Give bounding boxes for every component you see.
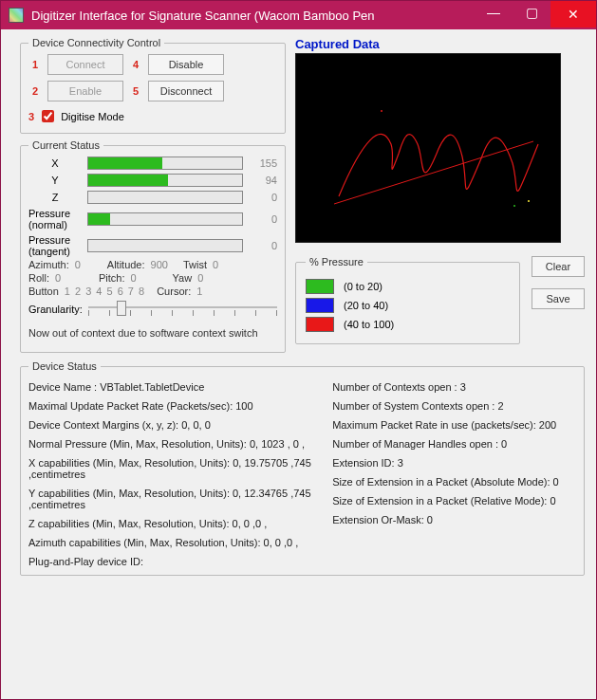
legend-range-3: (40 to 100) [344, 319, 394, 330]
yaw-value: 0 [197, 272, 215, 284]
granularity-slider[interactable] [88, 301, 277, 318]
z-value: 0 [249, 192, 277, 203]
ds-context-margins: Device Context Margins (x, y, z): 0, 0, … [28, 419, 321, 431]
ds-ext-abs: Size of Extension in a Packet (Absolute … [332, 476, 576, 488]
pressure-normal-value: 0 [249, 213, 277, 225]
x-bar-fill [88, 157, 162, 169]
ds-system-contexts: Number of System Contexts open : 2 [332, 400, 576, 412]
ds-x-caps: X capabilities (Min, Max, Resolution, Un… [28, 457, 321, 480]
context-note: Now out of context due to software conte… [28, 327, 277, 339]
digitise-mode-checkbox[interactable] [42, 110, 54, 122]
legend-item-2: (20 to 40) [306, 298, 510, 313]
ds-ext-rel: Size of Extension in a Packet (Relative … [332, 495, 576, 507]
legend-item-1: (0 to 20) [306, 279, 510, 294]
save-button[interactable]: Save [532, 288, 585, 309]
y-value: 94 [249, 175, 277, 186]
app-icon [9, 8, 24, 23]
z-label: Z [28, 192, 82, 203]
connect-button[interactable]: Connect [47, 54, 123, 75]
device-status-legend: Device Status [28, 360, 101, 372]
svg-point-0 [381, 110, 382, 112]
pressure-legend-group: % Pressure (0 to 20) (20 to 40) [295, 256, 520, 344]
current-status-legend: Current Status [28, 139, 103, 151]
app-window: Digitizer Interface for Signature Scanne… [0, 0, 597, 700]
button-digits: 1 2 3 4 5 6 7 8 [65, 286, 145, 297]
pressure-tangent-bar [87, 239, 243, 252]
ds-azimuth-caps: Azimuth capabilities (Min, Max, Resoluti… [28, 537, 321, 548]
connectivity-group: Device Connectivity Control 1 Connect 4 … [20, 37, 286, 134]
granularity-thumb[interactable] [117, 301, 126, 316]
window-title: Digitizer Interface for Signature Scanne… [31, 9, 475, 23]
digitise-mode-label: Digitise Mode [61, 111, 124, 122]
button-label: Button [28, 286, 59, 297]
legend-item-3: (40 to 100) [306, 317, 510, 332]
ds-device-name: Device Name : VBTablet.TabletDevice [28, 381, 321, 393]
step-3-label: 3 [28, 111, 34, 122]
swatch-blue [306, 298, 334, 313]
y-label: Y [28, 175, 82, 186]
swatch-red [306, 317, 334, 332]
ds-max-packet-rate: Maximal Update Packet Rate (Packets/sec)… [28, 400, 321, 412]
ds-contexts-open: Number of Contexts open : 3 [332, 381, 576, 393]
client-area: Device Connectivity Control 1 Connect 4 … [1, 29, 596, 699]
altitude-value: 900 [151, 259, 168, 270]
roll-value: 0 [55, 272, 72, 284]
pressure-normal-bar [87, 212, 243, 226]
ds-normal-pressure: Normal Pressure (Min, Max, Resolution, U… [28, 438, 321, 450]
step-1-label: 1 [28, 59, 42, 70]
captured-data-title: Captured Data [295, 37, 585, 51]
step-5-label: 5 [129, 85, 142, 97]
step-4-label: 4 [129, 59, 142, 70]
z-bar [87, 191, 243, 204]
legend-range-2: (20 to 40) [344, 300, 388, 311]
x-label: X [28, 157, 82, 169]
current-status-group: Current Status X 155 Y 94 Z 0 Pressure (… [20, 139, 286, 353]
ds-ext-mask: Extension Or-Mask: 0 [332, 514, 576, 525]
enable-button[interactable]: Enable [47, 81, 123, 101]
close-button[interactable]: ✕ [550, 1, 596, 28]
cursor-label: Cursor: [157, 286, 191, 297]
y-bar-fill [88, 175, 168, 186]
signature-drawing [296, 54, 562, 244]
swatch-green [306, 279, 334, 294]
granularity-label: Granularity: [28, 304, 83, 315]
device-status-group: Device Status Device Name : VBTablet.Tab… [20, 360, 585, 576]
y-bar [87, 174, 243, 187]
ds-max-packet-use: Maximum Packet Rate in use (packets/sec)… [332, 419, 576, 431]
legend-range-1: (0 to 20) [344, 281, 382, 292]
altitude-label: Altitude: [107, 259, 145, 270]
ds-y-caps: Y capabilities (Min, Max, Resolution, Un… [28, 488, 321, 510]
azimuth-value: 0 [75, 259, 92, 270]
pressure-normal-fill [88, 213, 110, 225]
pressure-normal-label: Pressure (normal) [28, 208, 82, 230]
connectivity-legend: Device Connectivity Control [28, 37, 164, 48]
twist-label: Twist [183, 259, 207, 270]
pitch-label: Pitch: [99, 272, 125, 284]
ds-extension-id: Extension ID: 3 [332, 457, 576, 469]
pressure-legend-title: % Pressure [306, 256, 367, 267]
ds-pnp-id: Plug-and-Play device ID: [28, 556, 321, 567]
twist-value: 0 [213, 259, 230, 270]
pressure-tangent-label: Pressure (tangent) [28, 234, 82, 257]
azimuth-label: Azimuth: [28, 259, 69, 270]
pressure-tangent-value: 0 [249, 240, 277, 251]
step-2-label: 2 [28, 85, 42, 97]
x-bar [87, 157, 243, 170]
clear-button[interactable]: Clear [532, 256, 585, 277]
disable-button[interactable]: Disable [148, 54, 224, 75]
roll-label: Roll: [28, 272, 49, 284]
svg-point-1 [513, 205, 515, 207]
maximize-button[interactable]: ▢ [513, 1, 550, 24]
pitch-value: 0 [131, 272, 148, 284]
yaw-label: Yaw [173, 272, 193, 284]
captured-canvas [295, 53, 561, 243]
disconnect-button[interactable]: Disconnect [148, 81, 224, 101]
ds-manager-handles: Number of Manager Handles open : 0 [332, 438, 576, 450]
cursor-value: 1 [196, 286, 202, 297]
svg-point-2 [528, 200, 530, 202]
titlebar[interactable]: Digitizer Interface for Signature Scanne… [1, 1, 596, 29]
ds-z-caps: Z capabilities (Min, Max, Resolution, Un… [28, 518, 321, 529]
minimize-button[interactable]: ― [475, 1, 513, 24]
x-value: 155 [249, 157, 277, 169]
